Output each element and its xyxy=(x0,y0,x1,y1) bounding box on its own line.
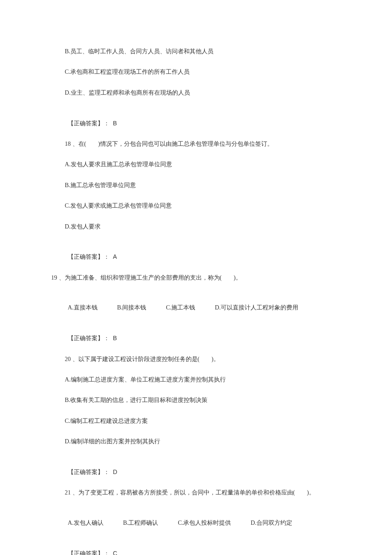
q19-option-c: C.施工本钱 xyxy=(166,303,195,312)
answer-value: B xyxy=(113,335,117,341)
q19-stem: 19 、为施工准备、组织和管理施工生产的全部费用的支出，称为( )。 xyxy=(0,273,392,283)
q19-option-b: B.间接本钱 xyxy=(117,303,147,312)
q21-option-b: B.工程师确认 xyxy=(123,518,159,528)
q18-answer: 【正确答案】：A xyxy=(0,243,392,262)
q18-option-b: B.施工总承包管理单位同意 xyxy=(0,181,392,190)
q18-option-c: C.发包人要求或施工总承包管理单位同意 xyxy=(0,201,392,211)
q21-answer: 【正确答案】：C xyxy=(0,539,392,555)
answer-value: A xyxy=(113,253,117,260)
q19-option-d: D.可以直接计人工程对象的费用 xyxy=(215,303,298,312)
q21-option-d: D.合同双方约定 xyxy=(251,518,292,528)
q17-option-b: B.员工、临时工作人员、合同方人员、访问者和其他人员 xyxy=(0,47,392,56)
answer-label: 【正确答案】： xyxy=(68,335,110,341)
answer-label: 【正确答案】： xyxy=(68,120,110,127)
q19-option-a: A.直接本钱 xyxy=(68,303,98,312)
answer-label: 【正确答案】： xyxy=(68,254,110,260)
q20-option-b: B.收集有关工期的信息，进行工期目标和进度控制决策 xyxy=(0,396,392,405)
q18-option-a: A.发包人要求且施工总承包管理单位同意 xyxy=(0,160,392,169)
q20-option-a: A.编制施工总进度方案、单位工程施工进度方案并控制其执行 xyxy=(0,375,392,384)
q18-stem: 18 、在( )情况下，分包合同也可以由施工总承包管理单位与分包单位签订。 xyxy=(0,139,392,149)
q21-options: A.发包人确认B.工程师确认C.承包人投标时提供D.合同双方约定 xyxy=(0,509,392,528)
q21-stem: 21 、为了变更工程，容易被各方所接受，所以，合同中，工程量清单的单价和价格应由… xyxy=(0,488,392,497)
q17-option-c: C.承包商和工程监理在现场工作的所有工作人员 xyxy=(0,67,392,77)
q21-option-a: A.发包人确认 xyxy=(68,518,104,528)
q18-option-d: D.发包人要求 xyxy=(0,222,392,231)
q20-option-c: C.编制工程工程建设总进度方案 xyxy=(0,416,392,426)
answer-label: 【正确答案】： xyxy=(68,469,110,475)
q20-option-d: D.编制详细的出图方案并控制其执行 xyxy=(0,437,392,446)
q19-options: A.直接本钱B.间接本钱C.施工本钱D.可以直接计人工程对象的费用 xyxy=(0,294,392,313)
q20-stem: 20 、以下属于建设工程设计阶段进度控制任务的是( )。 xyxy=(0,355,392,364)
q17-option-d: D.业主、监理工程师和承包商所有在现场的人员 xyxy=(0,88,392,98)
q19-answer: 【正确答案】：B xyxy=(0,324,392,344)
answer-value: C xyxy=(113,550,117,555)
answer-value: D xyxy=(113,468,117,475)
q20-answer: 【正确答案】：D xyxy=(0,458,392,477)
answer-label: 【正确答案】： xyxy=(68,550,110,555)
q21-option-c: C.承包人投标时提供 xyxy=(178,518,231,528)
answer-value: B xyxy=(113,120,117,127)
q17-answer: 【正确答案】：B xyxy=(0,109,392,128)
